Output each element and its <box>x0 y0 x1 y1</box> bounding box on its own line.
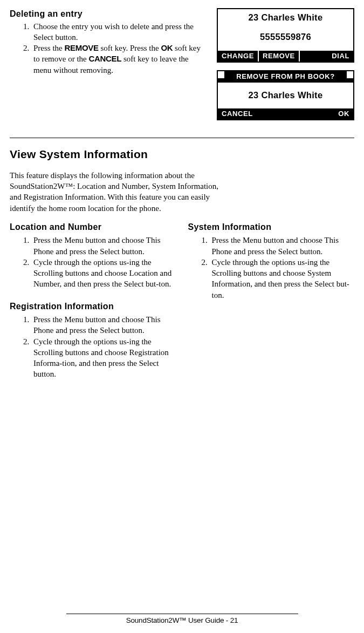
lcd1-soft-remove: REMOVE <box>259 51 299 62</box>
loc-step1: Press the Menu button and choose This Ph… <box>31 235 176 257</box>
lcd1-line1: 23 Charles White <box>218 9 353 31</box>
footer-text: SoundStation2W™ User Guide - 21 <box>0 616 364 625</box>
reg-step2: Cycle through the options us-ing the Scr… <box>31 336 176 380</box>
deleting-step1: Choose the entry you wish to delete and … <box>31 21 207 43</box>
lcd1-soft-change: CHANGE <box>218 51 258 62</box>
lcd-screen-contact: 23 Charles White 5555559876 CHANGE REMOV… <box>217 8 354 63</box>
lcd-screen-remove-confirm: REMOVE FROM PH BOOK? 23 Charles White CA… <box>217 70 354 120</box>
deleting-heading: Deleting an entry <box>10 8 207 20</box>
lcd2-soft-cancel: CANCEL <box>218 108 257 120</box>
ok-key-text: OK <box>161 43 173 52</box>
lcd2-title: REMOVE FROM PH BOOK? <box>224 71 347 83</box>
registration-heading: Registration Information <box>10 301 176 312</box>
location-heading: Location and Number <box>10 221 176 233</box>
lcd2-line1: 23 Charles White <box>218 83 353 108</box>
view-heading: View System Information <box>10 147 354 162</box>
t: Press the <box>33 44 65 52</box>
remove-key-text: REMOVE <box>65 43 99 52</box>
deleting-step2: Press the REMOVE soft key. Press the OK … <box>31 43 207 76</box>
lcd1-line2: 5555559876 <box>218 31 353 50</box>
section-divider <box>10 138 354 138</box>
view-intro: This feature displays the following info… <box>10 170 225 214</box>
reg-step1: Press the Menu button and choose This Ph… <box>31 314 176 336</box>
sys-step1: Press the Menu button and choose This Ph… <box>210 235 355 257</box>
loc-step2: Cycle through the options us-ing the Scr… <box>31 257 176 290</box>
sys-step2: Cycle through the options us-ing the Scr… <box>210 257 355 301</box>
footer-rule <box>66 614 298 614</box>
lcd2-soft-ok: OK <box>334 108 353 120</box>
t: soft key. Press the <box>99 44 161 52</box>
system-heading: System Information <box>188 221 355 233</box>
lcd1-soft-dial: DIAL <box>328 51 353 62</box>
cancel-key-text: CANCEL <box>88 54 121 63</box>
